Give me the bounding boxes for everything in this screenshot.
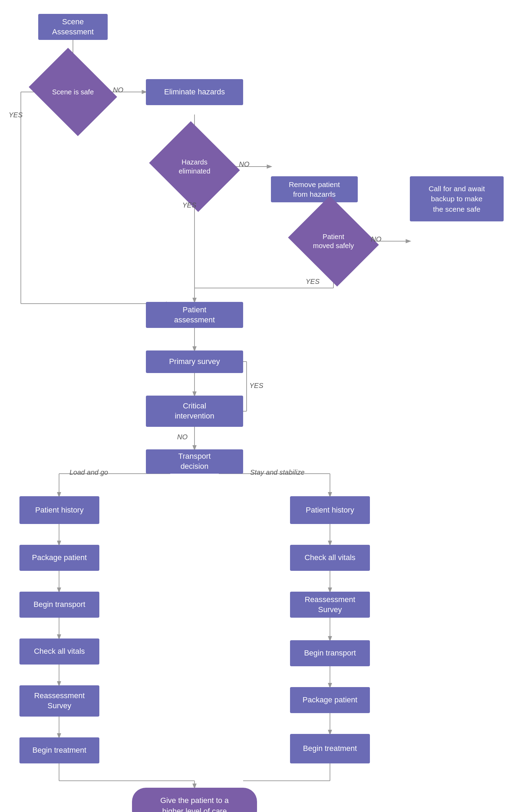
left-patient-history-label: Patient history — [35, 505, 83, 515]
right-begin-treatment-box: Begin treatment — [290, 734, 370, 763]
no-label-4: NO — [177, 433, 188, 441]
yes-label-4: YES — [249, 382, 263, 390]
critical-intervention-box: Critical intervention — [146, 396, 243, 427]
transport-decision-box: Transport decision — [146, 449, 243, 474]
left-begin-treatment-box: Begin treatment — [19, 737, 99, 763]
right-begin-transport-box: Begin transport — [290, 640, 370, 666]
hazards-eliminated-diamond: Hazards eliminated — [149, 121, 240, 212]
stay-stabilize-label: Stay and stabilize — [250, 468, 305, 476]
left-reassessment-label: Reassessment Survey — [34, 691, 85, 711]
hazards-eliminated-label: Hazards eliminated — [179, 158, 210, 176]
left-begin-transport-box: Begin transport — [19, 592, 99, 618]
right-check-vitals-box: Check all vitals — [290, 545, 370, 571]
call-backup-label: Call for and await backup to make the sc… — [429, 184, 485, 214]
left-package-patient-label: Package patient — [32, 553, 87, 563]
yes-label-2: YES — [182, 201, 196, 209]
left-check-vitals-box: Check all vitals — [19, 638, 99, 665]
left-begin-transport-label: Begin transport — [33, 600, 85, 610]
primary-survey-box: Primary survey — [146, 350, 243, 373]
right-patient-history-box: Patient history — [290, 496, 370, 524]
scene-assessment-box: Scene Assessment — [38, 14, 108, 40]
scene-is-safe-diamond: Scene is safe — [29, 48, 117, 136]
flowchart: Scene Assessment Scene is safe NO YES El… — [0, 0, 521, 812]
critical-intervention-label: Critical intervention — [175, 401, 214, 421]
no-label-1: NO — [113, 86, 123, 94]
left-reassessment-box: Reassessment Survey — [19, 685, 99, 717]
eliminate-hazards-box: Eliminate hazards — [146, 79, 243, 105]
patient-moved-label: Patient moved safely — [313, 232, 354, 250]
eliminate-hazards-label: Eliminate hazards — [164, 87, 225, 97]
load-go-label: Load and go — [69, 468, 108, 476]
right-begin-treatment-label: Begin treatment — [303, 744, 357, 754]
yes-label-1: YES — [9, 111, 23, 119]
no-label-2: NO — [239, 160, 249, 168]
no-label-3: NO — [371, 235, 381, 243]
right-begin-transport-label: Begin transport — [304, 648, 356, 658]
right-reassessment-box: Reassessment Survey — [290, 592, 370, 618]
give-patient-box: Give the patient to a higher level of ca… — [132, 788, 257, 812]
give-patient-label: Give the patient to a higher level of ca… — [160, 795, 229, 812]
left-begin-treatment-label: Begin treatment — [32, 745, 86, 755]
remove-patient-box: Remove patient from hazards — [271, 176, 358, 202]
scene-assessment-label: Scene Assessment — [52, 17, 94, 37]
patient-assessment-box: Patient assessment — [146, 302, 243, 328]
call-backup-box: Call for and await backup to make the sc… — [410, 176, 504, 221]
right-patient-history-label: Patient history — [306, 505, 354, 515]
left-patient-history-box: Patient history — [19, 496, 99, 524]
transport-decision-label: Transport decision — [178, 451, 210, 471]
left-check-vitals-label: Check all vitals — [34, 646, 85, 657]
patient-assessment-label: Patient assessment — [174, 305, 215, 325]
scene-is-safe-label: Scene is safe — [52, 87, 94, 96]
primary-survey-label: Primary survey — [169, 357, 220, 367]
right-package-patient-label: Package patient — [303, 695, 357, 705]
left-package-patient-box: Package patient — [19, 545, 99, 571]
right-reassessment-label: Reassessment Survey — [305, 595, 355, 615]
yes-label-3: YES — [306, 278, 320, 286]
patient-moved-diamond: Patient moved safely — [288, 196, 379, 287]
right-check-vitals-label: Check all vitals — [305, 553, 356, 563]
right-package-patient-box: Package patient — [290, 687, 370, 713]
remove-patient-label: Remove patient from hazards — [289, 180, 340, 199]
